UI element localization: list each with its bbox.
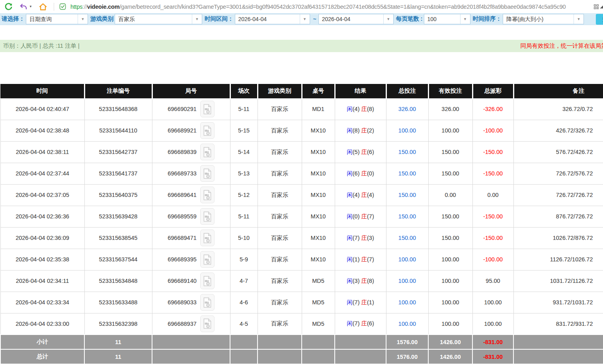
summary-payout: -831.00 — [472, 349, 513, 364]
video-file-icon[interactable] — [200, 294, 215, 311]
table-header-row: 时间 注单编号 局号 场次 游戏类别 桌号 结果 总投注 有效投注 总派彩 备注 — [0, 84, 603, 98]
video-file-icon[interactable] — [200, 165, 215, 182]
search-button[interactable]: 查询 — [596, 14, 603, 25]
player-points: (7) — [353, 320, 360, 327]
date-to-dropdown[interactable]: 2026-04-04 ▼ — [318, 14, 394, 24]
video-file-icon[interactable] — [200, 315, 215, 332]
cell-session: 5-14 — [230, 141, 258, 163]
cell-bet-id: 523315642737 — [84, 141, 152, 163]
cell-bet-id: 523315648368 — [84, 98, 152, 120]
player-points: (1) — [353, 256, 360, 263]
video-file-icon[interactable] — [200, 122, 215, 139]
cell-result: 闲(6) 庄(0) — [335, 163, 386, 184]
video-file-icon[interactable] — [200, 230, 215, 246]
video-file-icon[interactable] — [200, 273, 215, 289]
cell-valid-bet: 150.00 — [428, 227, 472, 249]
summary-total-bet: 1576.00 — [386, 335, 428, 349]
page-size-dropdown[interactable]: 100 ▼ — [424, 14, 470, 24]
cell-table-no: MX10 — [302, 120, 335, 141]
game-category-dropdown[interactable]: 百家乐 ▼ — [115, 14, 202, 24]
cell-time: 2026-04-04 02:37:44 — [0, 163, 84, 184]
back-menu-caret-icon[interactable]: ▼ — [29, 5, 32, 8]
cell-round: 696689395 — [152, 249, 230, 270]
cell-payout: 100.00 — [472, 313, 513, 335]
banker-label: 庄 — [361, 213, 367, 220]
home-icon[interactable] — [38, 2, 48, 12]
player-points: (0) — [353, 213, 360, 220]
cell-game-type: 百家乐 — [258, 141, 302, 163]
cell-time: 2026-04-04 02:33:34 — [0, 292, 84, 313]
cell-game-type: 百家乐 — [258, 292, 302, 313]
cell-payout: -150.00 — [472, 163, 513, 184]
round-number: 696689839 — [168, 149, 197, 155]
back-icon[interactable] — [18, 2, 29, 12]
url-scheme: https — [70, 4, 82, 10]
table-row: 2026-04-04 02:38:11523315642737696689839… — [0, 141, 603, 163]
chevron-down-icon: ▼ — [78, 14, 88, 24]
summary-count: 11 — [84, 349, 152, 364]
page-size-value: 100 — [424, 14, 460, 24]
video-file-icon[interactable] — [200, 187, 215, 203]
video-file-icon[interactable] — [200, 101, 215, 117]
cell-remark: 426.72/326.72 — [513, 120, 603, 141]
cell-game-type: 百家乐 — [258, 184, 302, 206]
table-row: 2026-04-04 02:33:00523315632398696688937… — [0, 313, 603, 335]
col-table-no: 桌号 — [302, 84, 335, 98]
qr-code-icon[interactable] — [593, 2, 600, 12]
player-label: 闲 — [347, 235, 353, 241]
summary-row: 小计111576.001426.00-831.00 — [0, 335, 603, 349]
refresh-icon[interactable] — [3, 2, 14, 12]
player-points: (5) — [353, 149, 360, 155]
cell-valid-bet: 150.00 — [428, 141, 472, 163]
cell-bet-id: 523315638545 — [84, 227, 152, 249]
cell-table-no: MX10 — [302, 163, 335, 184]
spacer — [0, 52, 603, 84]
security-shield-icon[interactable] — [59, 3, 67, 11]
date-from-dropdown[interactable]: 2026-04-04 ▼ — [235, 14, 310, 24]
round-number: 696689395 — [168, 256, 197, 263]
cell-round: 696690291 — [152, 98, 230, 120]
query-type-value: 日期查询 — [26, 14, 78, 24]
cell-game-type: 百家乐 — [258, 313, 302, 335]
cell-table-no: MD5 — [302, 313, 335, 335]
player-label: 闲 — [347, 170, 353, 177]
cell-bet-id: 523315637544 — [84, 249, 152, 270]
query-type-dropdown[interactable]: 日期查询 ▼ — [26, 14, 88, 24]
cell-session: 4-7 — [230, 270, 258, 292]
video-file-icon[interactable] — [200, 251, 215, 268]
cell-round: 696689471 — [152, 227, 230, 249]
cell-table-no: MD5 — [302, 292, 335, 313]
col-result: 结果 — [335, 84, 386, 98]
round-number: 696689921 — [168, 127, 197, 134]
cell-session: 5-12 — [230, 184, 258, 206]
banker-label: 庄 — [361, 320, 367, 327]
cell-session: 4-5 — [230, 313, 258, 335]
table-body: 2026-04-04 02:40:47523315648368696690291… — [0, 98, 603, 364]
cell-round: 696689839 — [152, 141, 230, 163]
cell-valid-bet: 100.00 — [428, 120, 472, 141]
video-file-icon[interactable] — [200, 208, 215, 225]
clipped-corner-icon[interactable] — [599, 3, 603, 10]
cell-result: 闲(4) 庄(8) — [335, 98, 386, 120]
cell-bet-id: 523315633488 — [84, 292, 152, 313]
player-points: (7) — [353, 235, 360, 241]
address-bar[interactable]: https://videoie.com/game/betrecord_searc… — [59, 3, 590, 11]
col-remark: 备注 — [513, 84, 603, 98]
cell-result: 闲(7) 庄(6) — [335, 313, 386, 335]
table-row: 2026-04-04 02:36:09523315638545696689471… — [0, 227, 603, 249]
cell-result: 闲(1) 庄(7) — [335, 249, 386, 270]
round-number: 696689471 — [168, 235, 197, 241]
player-label: 闲 — [347, 213, 353, 220]
cell-valid-bet: 326.00 — [428, 98, 472, 120]
filter-bar: 请选择： 日期查询 ▼ 游戏类别 百家乐 ▼ 时间区间： 2026-04-04 … — [0, 13, 603, 25]
sort-dropdown[interactable]: 降幂(由大到小) ▼ — [503, 14, 584, 24]
col-total-bet: 总投注 — [386, 84, 428, 98]
cell-valid-bet: 100.00 — [428, 292, 472, 313]
chevron-down-icon: ▼ — [574, 14, 583, 24]
col-round: 局号 — [152, 84, 230, 98]
video-file-icon[interactable] — [200, 144, 215, 160]
cell-payout: -326.00 — [472, 98, 513, 120]
chevron-down-icon: ▼ — [192, 14, 202, 24]
player-label: 闲 — [347, 192, 353, 198]
cell-game-type: 百家乐 — [258, 98, 302, 120]
